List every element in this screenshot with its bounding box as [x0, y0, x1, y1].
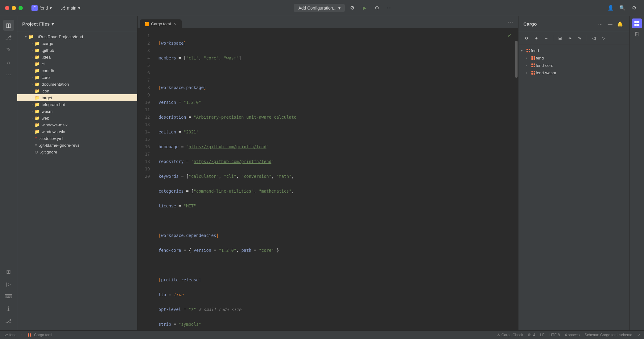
code-line-19: opt-level = "z" # small code size [159, 306, 510, 313]
cargo-remove-icon[interactable]: − [542, 34, 551, 43]
cargo-minimize-icon[interactable]: — [606, 20, 614, 28]
svg-rect-0 [526, 49, 528, 50]
cargo-item-fend[interactable]: › fend [518, 54, 629, 62]
cargo-grid-icon[interactable]: ⊞ [556, 34, 564, 43]
tree-item-cli[interactable]: › 📁 cli [17, 60, 137, 67]
collab-icon[interactable]: 👤 [606, 3, 616, 13]
scrollbar-thumb[interactable] [515, 41, 518, 78]
tab-more-icon[interactable]: ⋯ [505, 16, 516, 28]
icon-folder-chevron-icon: › [30, 89, 35, 93]
run-button[interactable]: ▶ [360, 3, 369, 13]
cargo-item-fend-root[interactable]: ▾ fend [518, 47, 629, 54]
sidebar-icon-plugins[interactable]: ⊞ [3, 266, 14, 277]
tree-item-web[interactable]: › 📁 web [17, 115, 137, 121]
contrib-folder-icon: 📁 [35, 68, 40, 73]
tree-item-github[interactable]: › 📁 .github [17, 47, 137, 54]
code-line-1: [workspace] [159, 39, 510, 47]
code-line-13 [159, 217, 510, 224]
tree-label-windows-wix: windows-wix [42, 129, 65, 134]
cargo-forward-icon[interactable]: ▷ [599, 34, 608, 43]
cargo-item-fend-core[interactable]: › fend-core [518, 62, 629, 69]
tree-item-windows-msix[interactable]: › 📁 windows-msix [17, 121, 137, 128]
build-icon[interactable]: ⚙ [347, 3, 357, 13]
sidebar-icon-pencil[interactable]: ✎ [3, 44, 14, 55]
cargo-edit-icon[interactable]: ✎ [576, 34, 584, 43]
tree-item-icon[interactable]: › 📁 icon [17, 88, 137, 94]
validation-check-icon: ✓ [507, 32, 512, 39]
line-numbers: 1 2 3 4 5 6 7 8 9 10 11 12 13 14 📦 15 16 [138, 28, 154, 330]
cargo-back-icon[interactable]: ◁ [589, 34, 598, 43]
tree-item-core[interactable]: › 📁 core [17, 74, 137, 81]
tree-item-codecov[interactable]: › Y .codecov.yml [17, 135, 137, 142]
tree-label-git-blame: .git-blame-ignore-revs [39, 143, 79, 148]
code-content[interactable]: [workspace] members = ["cli", "core", "w… [154, 28, 514, 330]
tab-cargo-toml[interactable]: 🟧 Cargo.toml ✕ [140, 19, 182, 28]
sidebar-icon-vcs[interactable]: ⎇ [3, 316, 14, 327]
cargo-item-fend-wasm[interactable]: › fend-wasm [518, 69, 629, 76]
edge-db-icon[interactable]: 🗄 [632, 30, 642, 39]
more-actions-icon[interactable]: ⋯ [384, 3, 394, 13]
tree-item-git-blame[interactable]: › ≡ .git-blame-ignore-revs [17, 142, 137, 149]
fend-root-package-icon [526, 48, 531, 53]
minimize-button[interactable] [12, 6, 16, 10]
status-position[interactable]: 6:14 [528, 333, 535, 337]
edge-cargo-icon[interactable] [632, 18, 642, 28]
sidebar-icon-info[interactable]: ℹ [3, 303, 14, 314]
status-schema[interactable]: Schema: Cargo.toml schema [584, 333, 632, 337]
svg-rect-11 [534, 66, 535, 67]
project-files-title[interactable]: Project Files ▾ [22, 21, 54, 27]
tree-item-gitignore[interactable]: › ⊘ .gitignore [17, 149, 137, 155]
close-button[interactable] [5, 6, 9, 10]
cargo-refresh-icon[interactable]: ↻ [522, 34, 531, 43]
tree-item-contrib[interactable]: › 📁 contrib [17, 67, 137, 74]
cargo-toolbar-sep [553, 35, 553, 41]
tree-label-wasm: wasm [42, 109, 52, 114]
right-edge-sidebar: 🗄 [629, 16, 644, 330]
target-folder-icon: 📁 [35, 95, 40, 100]
status-project[interactable]: ⎇ fend [4, 333, 16, 337]
sidebar-icon-folder[interactable]: ◫ [3, 20, 14, 31]
sidebar-icon-search[interactable]: ⌕ [3, 57, 14, 68]
scrollbar-track[interactable] [514, 28, 518, 330]
settings-icon[interactable]: ⚙ [372, 3, 382, 13]
status-encoding[interactable]: UTF-8 [549, 333, 560, 337]
windows-wix-chevron-icon: › [30, 130, 35, 133]
settings-gear-icon[interactable]: ⚙ [629, 3, 639, 13]
svg-rect-3 [529, 51, 530, 52]
sidebar-icon-git[interactable]: ⎇ [3, 32, 14, 43]
project-selector[interactable]: F fend ▾ [29, 4, 54, 12]
tree-item-target[interactable]: › 📁 target [17, 94, 137, 101]
add-configuration-button[interactable]: Add Configuration... ▾ [294, 4, 345, 12]
tree-item-windows-wix[interactable]: › 📁 windows-wix [17, 128, 137, 135]
sidebar-icon-terminal[interactable]: ⌨ [3, 291, 14, 302]
status-expand-icon[interactable]: ⤢ [637, 333, 640, 337]
search-everywhere-icon[interactable]: 🔍 [617, 3, 627, 13]
titlebar-actions: 👤 🔍 ⚙ [606, 3, 639, 13]
tree-item-telegram-bot[interactable]: › 📁 telegram-bot [17, 101, 137, 108]
tab-close-icon[interactable]: ✕ [173, 22, 177, 26]
svg-rect-2 [526, 51, 528, 52]
cargo-more-icon[interactable]: ⋯ [596, 20, 605, 28]
status-cargo-check[interactable]: ⚠ Cargo Check [497, 333, 523, 337]
status-indent[interactable]: 4 spaces [565, 333, 580, 337]
svg-rect-18 [634, 24, 637, 26]
cargo-sun-icon[interactable]: ☀ [566, 34, 574, 43]
status-line-endings[interactable]: LF [540, 333, 544, 337]
fend-chevron-icon: › [526, 56, 531, 60]
maximize-button[interactable] [19, 6, 23, 10]
cargo-panel-header: Cargo ⋯ — 🔔 [518, 16, 629, 32]
tree-item-cargo[interactable]: › 📁 .cargo [17, 40, 137, 47]
tree-item-root[interactable]: ▾ 📁 ~/RustRoverProjects/fend [17, 33, 137, 40]
status-file[interactable]: Cargo.toml [27, 333, 52, 337]
contrib-chevron-icon: › [30, 69, 35, 72]
sidebar-icon-dots[interactable]: ⋯ [3, 69, 14, 80]
cargo-bell-icon[interactable]: 🔔 [616, 20, 624, 28]
code-line-11: categories = ["command-line-utilities", … [159, 187, 510, 195]
tree-item-documentation[interactable]: › 📁 documentation [17, 81, 137, 88]
tree-item-wasm[interactable]: › 📁 wasm [17, 108, 137, 115]
documentation-chevron-icon: › [30, 82, 35, 86]
tree-item-idea[interactable]: › 📁 .idea [17, 54, 137, 60]
sidebar-icon-run[interactable]: ▷ [3, 279, 14, 290]
branch-selector[interactable]: ⎇ main ▾ [58, 4, 82, 12]
cargo-add-icon[interactable]: + [532, 34, 541, 43]
